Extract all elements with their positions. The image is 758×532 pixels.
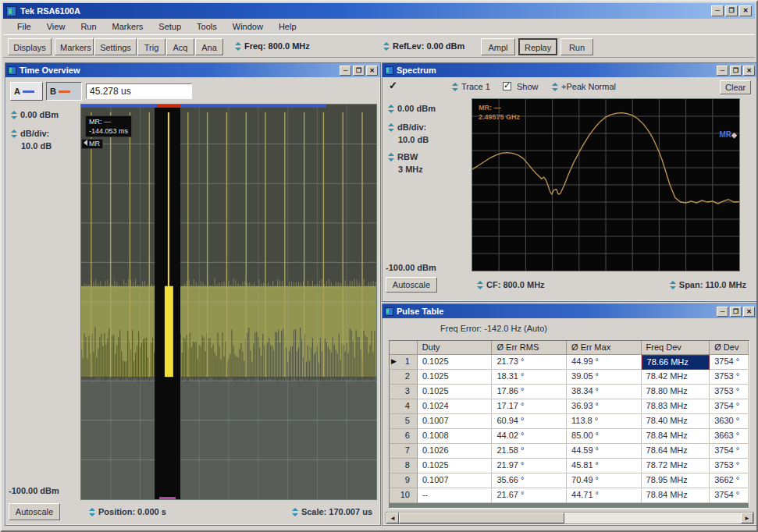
spectrum-titlebar[interactable]: Spectrum ─ ❐ ✕	[383, 63, 757, 77]
position-stepper-icon[interactable]	[88, 508, 95, 516]
table-cell[interactable]: 78.40 MHz	[642, 414, 710, 429]
minimize-icon[interactable]: ─	[711, 5, 724, 16]
table-cell[interactable]: 17.17 °	[492, 399, 567, 414]
dbdiv-readout[interactable]: dB/div:	[387, 122, 426, 132]
table-cell[interactable]: 0.1008	[418, 429, 493, 444]
minimize-icon[interactable]: ─	[340, 66, 351, 76]
detector-selector-icon[interactable]	[551, 83, 558, 91]
rbw-stepper-icon[interactable]	[387, 153, 394, 161]
main-titlebar[interactable]: Tek RSA6100A ─ ❐ ✕	[3, 3, 755, 19]
table-cell[interactable]: 78.72 MHz	[642, 459, 710, 473]
menu-setup[interactable]: Setup	[151, 20, 189, 33]
table-cell[interactable]: 78.84 MHz	[642, 429, 710, 444]
maximize-icon[interactable]: ❐	[725, 5, 738, 16]
column-header[interactable]	[390, 341, 418, 355]
run-button[interactable]: Run	[560, 38, 593, 55]
horizontal-scrollbar[interactable]: ◄ ►	[386, 512, 754, 524]
cf-readout[interactable]: CF: 800.0 MHz	[476, 280, 545, 289]
table-cell[interactable]: 0.1025	[418, 370, 493, 385]
row-number[interactable]: 8	[390, 459, 418, 473]
column-header[interactable]: Ø Err Max	[567, 341, 642, 355]
top-dbm-readout[interactable]: 0.00 dBm	[10, 110, 59, 119]
maximize-icon[interactable]: ❐	[353, 66, 365, 76]
close-icon[interactable]: ✕	[739, 5, 752, 16]
minimize-icon[interactable]: ─	[717, 307, 728, 317]
table-cell[interactable]: 39.05 °	[567, 370, 642, 385]
table-cell[interactable]: 85.00 °	[567, 429, 642, 444]
trace-b-button[interactable]: B	[46, 82, 82, 101]
table-row[interactable]: 90.100735.66 °70.49 °78.95 MHz3662 °	[390, 473, 749, 488]
table-cell[interactable]: 0.1025	[418, 459, 493, 473]
close-icon[interactable]: ✕	[743, 66, 755, 76]
table-cell[interactable]: 44.59 °	[567, 444, 642, 459]
table-cell[interactable]: 3754 °	[710, 488, 749, 503]
menu-markers[interactable]: Markers	[105, 20, 151, 33]
replay-button[interactable]: Replay	[518, 38, 557, 55]
table-cell[interactable]: 18.31 °	[492, 370, 567, 385]
acq-button[interactable]: Acq	[166, 38, 194, 55]
table-cell[interactable]: 35.66 °	[492, 473, 567, 488]
row-number[interactable]: 4	[390, 399, 418, 414]
table-cell[interactable]: 44.71 °	[567, 488, 642, 503]
table-cell[interactable]: 3662 °	[710, 473, 749, 488]
table-row[interactable]: 60.100844.02 °85.00 °78.84 MHz3663 °	[390, 429, 749, 444]
table-row[interactable]: 30.102517.86 °38.34 °78.80 MHz3753 °	[390, 385, 749, 399]
scroll-left-icon[interactable]: ◄	[386, 512, 399, 523]
settings-button[interactable]: Settings	[94, 38, 137, 55]
detector-selector[interactable]: +Peak Normal	[551, 82, 616, 91]
table-cell[interactable]: 21.73 °	[492, 355, 567, 370]
table-cell[interactable]: 60.94 °	[492, 414, 567, 429]
row-number[interactable]: 2	[390, 370, 418, 385]
minimize-icon[interactable]: ─	[717, 66, 728, 76]
table-cell[interactable]: 78.84 MHz	[642, 488, 710, 503]
table-cell[interactable]: 113.8 °	[567, 414, 642, 429]
row-number[interactable]: 6	[390, 429, 418, 444]
freq-stepper-icon[interactable]	[234, 42, 241, 51]
table-cell[interactable]: 45.81 °	[567, 459, 642, 473]
table-cell[interactable]: 3630 °	[710, 414, 749, 429]
spectrum-chart[interactable]: MR: — 2.49575 GHz MR◆	[472, 98, 740, 271]
table-cell[interactable]: 78.42 MHz	[642, 370, 710, 385]
table-cell[interactable]: 36.93 °	[567, 399, 642, 414]
table-cell[interactable]: 0.1007	[418, 473, 493, 488]
table-row[interactable]: 40.102417.17 °36.93 °78.83 MHz3754 °	[390, 399, 749, 414]
trace-selector-icon[interactable]	[451, 83, 458, 91]
table-cell[interactable]: 21.58 °	[492, 444, 567, 459]
table-cell[interactable]: --	[418, 488, 493, 503]
table-cell[interactable]: 78.95 MHz	[642, 473, 710, 488]
row-number[interactable]: 1▶	[390, 355, 418, 370]
table-cell[interactable]: 78.83 MHz	[642, 399, 710, 414]
span-readout[interactable]: Span: 110.0 MHz	[669, 280, 746, 289]
pulse-table-titlebar[interactable]: Pulse Table ─ ❐ ✕	[383, 304, 757, 318]
menu-file[interactable]: File	[9, 20, 39, 33]
top-dbm-readout[interactable]: 0.00 dBm	[387, 104, 436, 113]
markers-button[interactable]: Markers	[55, 38, 94, 55]
show-checkbox[interactable]	[503, 82, 511, 90]
rbw-readout[interactable]: RBW	[387, 152, 418, 161]
cf-stepper-icon[interactable]	[476, 281, 483, 289]
dbdiv-stepper-icon[interactable]	[387, 123, 394, 132]
table-cell[interactable]: 78.66 MHz	[642, 355, 710, 370]
span-stepper-icon[interactable]	[669, 281, 676, 289]
table-row[interactable]: 70.102621.58 °44.59 °78.64 MHz3754 °	[390, 444, 749, 459]
row-number[interactable]: 9	[390, 473, 418, 488]
menu-tools[interactable]: Tools	[189, 20, 225, 33]
ana-button[interactable]: Ana	[195, 38, 223, 55]
table-cell[interactable]: 0.1026	[418, 444, 493, 459]
column-header[interactable]: Ø Err RMS	[492, 341, 567, 355]
top-dbm-stepper-icon[interactable]	[387, 105, 394, 113]
row-number[interactable]: 10	[390, 488, 418, 503]
position-readout[interactable]: Position: 0.000 s	[88, 507, 166, 516]
table-cell[interactable]: 44.99 °	[567, 355, 642, 370]
freq-readout[interactable]: Freq: 800.0 MHz	[234, 41, 310, 51]
top-dbm-stepper-icon[interactable]	[10, 111, 17, 119]
table-row[interactable]: 50.100760.94 °113.8 °78.40 MHz3630 °	[390, 414, 749, 429]
table-cell[interactable]: 3754 °	[710, 355, 749, 370]
table-cell[interactable]: 38.34 °	[567, 385, 642, 399]
table-cell[interactable]: 3663 °	[710, 429, 749, 444]
table-cell[interactable]: 21.97 °	[492, 459, 567, 473]
trace-selector[interactable]: Trace 1	[451, 82, 490, 91]
marker-mr-tag[interactable]: MR	[81, 139, 103, 149]
table-cell[interactable]: 17.86 °	[492, 385, 567, 399]
scroll-right-icon[interactable]: ►	[741, 512, 753, 523]
